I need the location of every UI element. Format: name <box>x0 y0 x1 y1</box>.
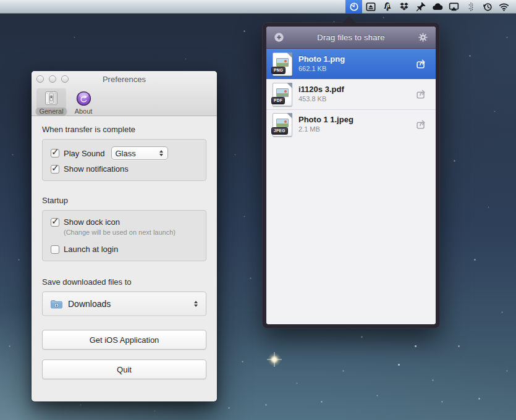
cloud-icon[interactable] <box>429 0 446 14</box>
show-dock-icon-label: Show dock icon <box>64 217 120 227</box>
title-bar[interactable]: Preferences <box>32 71 217 87</box>
tab-general[interactable]: General <box>36 88 66 116</box>
share-popover: Drag files to share PNG Photo 1.png 662.… <box>262 22 440 329</box>
share-popover-header: Drag files to share <box>266 27 436 49</box>
menu-bar: β <box>0 0 516 14</box>
general-switch-icon <box>42 90 61 107</box>
share-file-button[interactable] <box>415 88 428 101</box>
file-size: 2.1 MB <box>298 125 415 133</box>
show-notifications-label: Show notifications <box>64 164 129 174</box>
airplay-icon[interactable] <box>446 0 462 14</box>
window-chrome: Preferences General About <box>32 71 217 116</box>
preferences-window: Preferences General About When tran <box>32 71 217 401</box>
tab-about-label: About <box>71 107 96 116</box>
dropbox-icon[interactable] <box>395 0 412 14</box>
desktop-wallpaper: β <box>0 0 516 420</box>
jpeg-file-icon: JPEG <box>273 113 292 136</box>
launch-at-login-checkbox[interactable] <box>51 245 59 254</box>
file-name: Photo 1 1.jpeg <box>298 115 415 125</box>
preferences-toolbar: General About <box>32 87 217 116</box>
file-type-badge: JPEG <box>271 127 288 135</box>
settings-gear-icon[interactable] <box>417 32 429 44</box>
bluetooth-icon[interactable] <box>462 0 479 14</box>
wifi-icon[interactable] <box>496 0 512 14</box>
tab-general-label: General <box>35 107 67 116</box>
file-size: 662.1 KB <box>298 64 415 73</box>
file-name: Photo 1.png <box>298 54 415 64</box>
dock-icon-note: (Change will be used on next launch) <box>64 229 198 236</box>
stepper-arrows-icon <box>194 301 198 307</box>
play-sound-checkbox[interactable] <box>51 149 59 158</box>
save-folder-value: Downloads <box>68 299 194 309</box>
file-type-badge: PNG <box>271 67 285 74</box>
preferences-content: When transfer is complete Play Sound Gla… <box>32 116 217 379</box>
save-to-label: Save downloaded files to <box>42 277 206 287</box>
about-swirl-icon <box>74 90 93 107</box>
file-row-photo-1-png[interactable]: PNG Photo 1.png 662.1 KB <box>266 49 436 79</box>
sound-select[interactable]: Glass <box>111 146 168 160</box>
share-popover-body: Drag files to share PNG Photo 1.png 662.… <box>266 27 436 324</box>
time-machine-icon[interactable] <box>479 0 496 14</box>
file-row-i1120s-3-pdf[interactable]: PDF i1120s 3.pdf 453.8 KB <box>266 79 436 109</box>
add-file-button[interactable] <box>273 32 285 44</box>
menu-bar-status-icons: β <box>345 0 512 14</box>
file-list: PNG Photo 1.png 662.1 KB PDF <box>266 49 436 324</box>
startup-group: Show dock icon (Change will be used on n… <box>42 210 206 261</box>
transfer-complete-group: Play Sound Glass Show notifications <box>42 139 206 181</box>
file-type-badge: PDF <box>271 97 285 104</box>
launch-at-login-label: Launch at login <box>64 245 118 254</box>
pdf-file-icon: PDF <box>273 83 292 106</box>
stepper-arrows-icon <box>159 150 164 156</box>
share-file-button[interactable] <box>415 58 428 70</box>
upload-box-icon[interactable] <box>362 0 379 14</box>
downloads-folder-icon <box>50 299 63 309</box>
file-row-photo-1-1-jpeg[interactable]: JPEG Photo 1 1.jpeg 2.1 MB <box>266 109 436 140</box>
get-ios-app-button[interactable]: Get iOS Application <box>42 330 206 350</box>
show-dock-icon-checkbox[interactable] <box>51 218 59 227</box>
notifications-beta-bell-icon[interactable]: β <box>379 0 395 14</box>
transfer-complete-label: When transfer is complete <box>42 125 206 134</box>
transfer-timer-icon[interactable] <box>345 0 362 14</box>
share-file-button[interactable] <box>415 119 428 131</box>
sound-select-value: Glass <box>116 149 159 158</box>
popover-title: Drag files to share <box>317 33 384 42</box>
startup-label: Startup <box>42 196 206 205</box>
window-title: Preferences <box>32 75 217 84</box>
pushpin-icon[interactable] <box>412 0 429 14</box>
file-name: i1120s 3.pdf <box>298 85 415 94</box>
file-size: 453.8 KB <box>298 94 415 103</box>
quit-button[interactable]: Quit <box>42 359 206 379</box>
svg-text:β: β <box>386 2 389 9</box>
show-notifications-checkbox[interactable] <box>51 165 59 174</box>
play-sound-label: Play Sound <box>64 149 105 158</box>
png-file-icon: PNG <box>273 52 292 76</box>
bright-star <box>267 352 282 367</box>
save-folder-select[interactable]: Downloads <box>42 292 206 316</box>
tab-about[interactable]: About <box>69 88 98 116</box>
